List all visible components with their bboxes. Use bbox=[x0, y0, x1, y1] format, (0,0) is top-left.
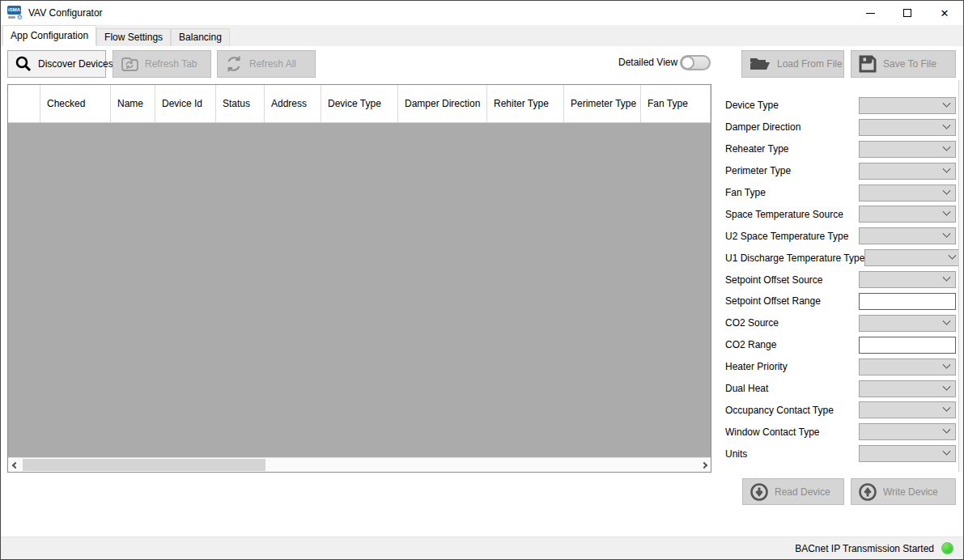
damper-direction-dropdown[interactable] bbox=[859, 119, 956, 136]
load-from-file-button[interactable]: Load From File bbox=[741, 50, 844, 78]
column-header-perimeter-type[interactable]: Perimeter Type bbox=[564, 85, 641, 122]
dual-heat-dropdown[interactable] bbox=[859, 380, 956, 397]
chevron-down-icon bbox=[949, 252, 957, 260]
column-header-device-type[interactable]: Device Type bbox=[321, 85, 398, 122]
occupancy-contact-type-dropdown[interactable] bbox=[859, 401, 956, 418]
refresh-all-button[interactable]: Refresh All bbox=[217, 50, 316, 78]
column-header-row-select[interactable] bbox=[8, 85, 40, 122]
units-label: Units bbox=[725, 448, 859, 460]
tab-balancing[interactable]: Balancing bbox=[171, 28, 230, 46]
co2-range-label: CO2 Range bbox=[725, 339, 859, 350]
u1-discharge-temperature-type-label: U1 Discharge Temperature Type bbox=[725, 252, 864, 264]
chevron-down-icon bbox=[943, 426, 951, 434]
field-row-damper-direction: Damper Direction bbox=[725, 117, 956, 138]
column-header-device-id[interactable]: Device Id bbox=[155, 85, 216, 122]
chevron-right-icon bbox=[700, 461, 707, 468]
chevron-down-icon bbox=[943, 317, 951, 325]
status-message: BACnet IP Transmission Started bbox=[795, 543, 934, 554]
field-row-device-type: Device Type bbox=[725, 95, 956, 117]
scroll-right-button[interactable] bbox=[697, 458, 711, 472]
close-button[interactable]: ✕ bbox=[926, 1, 963, 25]
field-row-dual-heat: Dual Heat bbox=[725, 378, 956, 400]
toggle-knob-icon bbox=[681, 56, 694, 70]
field-row-heater-priority: Heater Priority bbox=[725, 356, 956, 378]
discover-devices-label: Discover Devices bbox=[38, 58, 113, 70]
perimeter-type-dropdown[interactable] bbox=[859, 163, 956, 180]
column-header-fan-type[interactable]: Fan Type bbox=[641, 85, 711, 122]
field-row-reheater-type: Reheater Type bbox=[725, 138, 956, 160]
space-temperature-source-label: Space Temperature Source bbox=[725, 209, 859, 220]
column-header-name[interactable]: Name bbox=[111, 85, 155, 122]
co2-range-input[interactable] bbox=[859, 337, 956, 354]
units-dropdown[interactable] bbox=[859, 445, 956, 462]
write-device-label: Write Device bbox=[883, 486, 938, 498]
chevron-down-icon bbox=[943, 186, 951, 194]
u1-discharge-temperature-type-dropdown[interactable] bbox=[864, 249, 962, 266]
fan-type-dropdown[interactable] bbox=[859, 185, 956, 202]
chevron-down-icon bbox=[943, 382, 951, 390]
detailed-view-toggle[interactable] bbox=[680, 55, 711, 70]
vertical-scrollbar[interactable] bbox=[958, 80, 963, 472]
minimize-icon bbox=[866, 13, 875, 14]
reheater-type-label: Reheater Type bbox=[725, 143, 859, 155]
device-table: CheckedNameDevice IdStatusAddressDevice … bbox=[7, 84, 711, 473]
column-header-rehiter-type[interactable]: Rehiter Type bbox=[487, 85, 564, 122]
field-row-u2-space-temperature-type: U2 Space Temperature Type bbox=[725, 225, 956, 247]
column-header-status[interactable]: Status bbox=[216, 85, 265, 122]
read-device-label: Read Device bbox=[775, 486, 830, 498]
field-row-fan-type: Fan Type bbox=[725, 182, 956, 204]
save-to-file-label: Save To File bbox=[883, 58, 936, 70]
column-header-damper-direction[interactable]: Damper Direction bbox=[398, 85, 487, 122]
download-circle-icon bbox=[750, 482, 769, 502]
device-type-dropdown[interactable] bbox=[859, 97, 956, 114]
gear-icon: ⚙ bbox=[17, 15, 23, 21]
setpoint-offset-source-label: Setpoint Offset Source bbox=[725, 274, 859, 286]
column-header-checked[interactable]: Checked bbox=[40, 85, 111, 122]
setpoint-offset-range-input[interactable] bbox=[859, 293, 956, 310]
app-icon: iSMA ⚙ bbox=[7, 6, 23, 20]
table-body bbox=[8, 123, 711, 457]
minimize-button[interactable] bbox=[851, 1, 889, 25]
app-icon-bar bbox=[8, 16, 15, 19]
chevron-down-icon bbox=[943, 142, 951, 151]
read-device-button[interactable]: Read Device bbox=[742, 478, 844, 505]
status-bar: BACnet IP Transmission Started bbox=[1, 537, 963, 559]
heater-priority-dropdown[interactable] bbox=[859, 358, 956, 375]
column-header-address[interactable]: Address bbox=[265, 85, 321, 122]
window-title: VAV Configurator bbox=[28, 7, 103, 19]
refresh-tab-button[interactable]: Refresh Tab bbox=[113, 50, 211, 78]
field-row-window-contact-type: Window Contact Type bbox=[725, 421, 956, 443]
scrollbar-thumb[interactable] bbox=[23, 459, 265, 471]
perimeter-type-label: Perimeter Type bbox=[725, 165, 859, 176]
scroll-left-button[interactable] bbox=[8, 458, 22, 472]
open-folder-icon bbox=[749, 55, 771, 73]
damper-direction-label: Damper Direction bbox=[725, 121, 859, 133]
chevron-down-icon bbox=[943, 404, 951, 412]
u2-space-temperature-type-dropdown[interactable] bbox=[859, 227, 956, 244]
occupancy-contact-type-label: Occupancy Contact Type bbox=[725, 405, 859, 416]
maximize-button[interactable] bbox=[889, 1, 926, 25]
field-row-units: Units bbox=[725, 443, 956, 465]
chevron-down-icon bbox=[943, 121, 951, 129]
scrollbar-track[interactable] bbox=[22, 458, 697, 472]
field-row-co2-source: CO2 Source bbox=[725, 312, 956, 334]
discover-devices-button[interactable]: Discover Devices bbox=[7, 50, 106, 78]
heater-priority-label: Heater Priority bbox=[725, 361, 859, 372]
close-icon: ✕ bbox=[941, 8, 949, 19]
co2-source-dropdown[interactable] bbox=[859, 315, 956, 332]
device-type-label: Device Type bbox=[725, 100, 859, 111]
write-device-button[interactable]: Write Device bbox=[851, 478, 956, 505]
tab-flow-settings[interactable]: Flow Settings bbox=[96, 28, 171, 46]
reheater-type-dropdown[interactable] bbox=[859, 141, 956, 158]
save-to-file-button[interactable]: Save To File bbox=[851, 50, 956, 78]
title-bar: iSMA ⚙ VAV Configurator ✕ bbox=[1, 1, 963, 25]
refresh-tab-icon bbox=[120, 56, 139, 72]
setpoint-offset-source-dropdown[interactable] bbox=[859, 271, 956, 288]
refresh-tab-label: Refresh Tab bbox=[145, 58, 197, 70]
space-temperature-source-dropdown[interactable] bbox=[859, 206, 956, 223]
refresh-all-icon bbox=[224, 54, 244, 74]
window-contact-type-dropdown[interactable] bbox=[859, 423, 956, 440]
refresh-all-label: Refresh All bbox=[249, 58, 296, 70]
horizontal-scrollbar[interactable] bbox=[8, 457, 711, 472]
tab-app-configuration[interactable]: App Configuration bbox=[2, 25, 96, 46]
